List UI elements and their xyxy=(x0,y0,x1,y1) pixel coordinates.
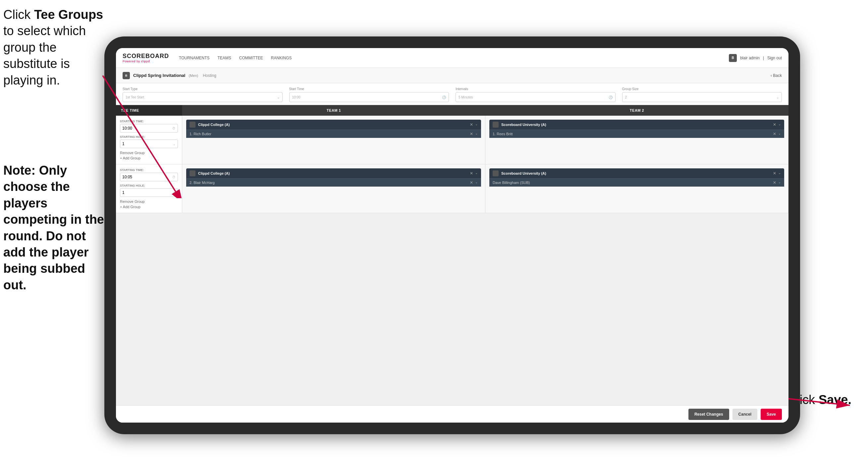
player-row-1-2: 2. Blair McHarg ✕ ⌄ xyxy=(186,178,481,186)
group-actions-1: Remove Group + Add Group xyxy=(120,151,178,160)
team1-name-2: Clippd College (A) xyxy=(198,171,467,175)
sub-header-hosting: Hosting xyxy=(203,73,216,78)
cancel-button[interactable]: Cancel xyxy=(733,409,757,420)
table-header: Tee Time Team 1 Team 2 xyxy=(116,105,788,116)
team2-chevron-1[interactable]: ⌄ xyxy=(778,122,781,127)
player-actions-1-2: ✕ ⌄ xyxy=(470,180,478,185)
team1-remove-2[interactable]: ✕ xyxy=(470,171,473,176)
th-tee-time: Tee Time xyxy=(116,105,182,116)
tee-group-row-2: STARTING TIME: 10:05 ⏱ STARTING HOLE: 1 … xyxy=(116,165,788,213)
sub-header-badge: B xyxy=(123,72,130,79)
player-actions-1-1: ✕ ⌄ xyxy=(470,132,478,136)
starting-hole-label-2: STARTING HOLE: xyxy=(120,184,178,187)
team1-chevron-1[interactable]: ⌄ xyxy=(475,122,478,127)
player-chevron-2-2[interactable]: ⌄ xyxy=(778,180,781,185)
group-actions-2: Remove Group + Add Group xyxy=(120,200,178,209)
instruction-text: Click Tee Groups to select which group t… xyxy=(3,7,106,88)
starting-hole-input-2[interactable]: 1 ⌄ xyxy=(120,188,178,197)
starting-time-label-2: STARTING TIME: xyxy=(120,168,178,172)
start-type-label: Start Type xyxy=(123,87,283,91)
team2-remove-1[interactable]: ✕ xyxy=(773,122,776,127)
player-remove-2-1[interactable]: ✕ xyxy=(773,132,776,136)
reset-changes-button[interactable]: Reset Changes xyxy=(688,409,729,420)
player-row-2-1: 1. Rees Britt ✕ ⌄ xyxy=(489,129,784,138)
back-button[interactable]: ‹ Back xyxy=(771,73,782,78)
intervals-label: Intervals xyxy=(456,87,616,91)
nav-separator: | xyxy=(763,56,764,60)
logo-sub: Powered by clippd xyxy=(123,60,169,63)
add-group-btn-1[interactable]: + Add Group xyxy=(120,156,178,160)
team1-remove-1[interactable]: ✕ xyxy=(470,122,473,127)
player-actions-2-2: ✕ ⌄ xyxy=(773,180,781,185)
navbar: SCOREBOARD Powered by clippd TOURNAMENTS… xyxy=(116,48,788,68)
bottom-bar: Reset Changes Cancel Save xyxy=(116,405,788,422)
team2-card-header-2: Scoreboard University (A) ✕ ⌄ xyxy=(489,168,784,178)
player-chevron-1-2[interactable]: ⌄ xyxy=(475,180,478,185)
team1-chevron-2[interactable]: ⌄ xyxy=(475,171,478,176)
team2-name-2: Scoreboard University (A) xyxy=(501,171,770,175)
logo-main: SCOREBOARD xyxy=(123,53,169,60)
group-size-label: Group Size xyxy=(622,87,782,91)
th-team2: Team 2 xyxy=(485,105,788,116)
team1-name-1: Clippd College (A) xyxy=(198,123,467,126)
settings-row: Start Type 1st Tee Start ⌄ Start Time 10… xyxy=(116,83,788,105)
player-chevron-2-1[interactable]: ⌄ xyxy=(778,132,781,136)
starting-hole-input-1[interactable]: 1 ⌄ xyxy=(120,140,178,148)
starting-hole-label-1: STARTING HOLE: xyxy=(120,135,178,139)
add-group-btn-2[interactable]: + Add Group xyxy=(120,205,178,209)
logo-area: SCOREBOARD Powered by clippd xyxy=(123,53,169,63)
nav-username: blair admin xyxy=(740,56,760,60)
starting-time-input-2[interactable]: 10:05 ⏱ xyxy=(120,173,178,181)
team2-cell-1: Scoreboard University (A) ✕ ⌄ 1. Rees Br… xyxy=(485,116,788,164)
player-remove-1-1[interactable]: ✕ xyxy=(470,132,473,136)
settings-group-size: Group Size 2 ⌄ xyxy=(622,87,782,102)
tee-group-row-1: STARTING TIME: 10:00 ⏱ STARTING HOLE: 1 … xyxy=(116,116,788,165)
start-time-input[interactable]: 10:00 🕐 xyxy=(289,92,449,102)
sub-header-title: Clippd Spring Invitational xyxy=(133,73,185,78)
team2-card-header-1: Scoreboard University (A) ✕ ⌄ xyxy=(489,120,784,129)
team2-actions-1: ✕ ⌄ xyxy=(773,122,781,127)
team1-card-header-1: Clippd College (A) ✕ ⌄ xyxy=(186,120,481,129)
player-chevron-1-1[interactable]: ⌄ xyxy=(475,132,478,136)
content-area: STARTING TIME: 10:00 ⏱ STARTING HOLE: 1 … xyxy=(116,116,788,414)
starting-time-label-1: STARTING TIME: xyxy=(120,120,178,123)
remove-group-btn-1[interactable]: Remove Group xyxy=(120,151,178,155)
player-row-2-2: Dave Billingham (SUB) ✕ ⌄ xyxy=(489,178,784,186)
nav-committee[interactable]: COMMITTEE xyxy=(239,54,263,62)
team2-remove-2[interactable]: ✕ xyxy=(773,171,776,176)
note-text: Note: Only choose the players competing … xyxy=(3,163,106,293)
nav-teams[interactable]: TEAMS xyxy=(217,54,231,62)
save-button[interactable]: Save xyxy=(761,409,782,420)
starting-time-input-1[interactable]: 10:00 ⏱ xyxy=(120,124,178,133)
nav-tournaments[interactable]: TOURNAMENTS xyxy=(179,54,209,62)
remove-group-btn-2[interactable]: Remove Group xyxy=(120,200,178,204)
start-type-input[interactable]: 1st Tee Start ⌄ xyxy=(123,92,283,102)
start-time-label: Start Time xyxy=(289,87,449,91)
settings-intervals: Intervals 5 Minutes 🕐 xyxy=(456,87,616,102)
nav-links: TOURNAMENTS TEAMS COMMITTEE RANKINGS xyxy=(179,54,722,62)
note-bold: Note: Only choose the players competing … xyxy=(3,164,104,292)
team1-badge-2 xyxy=(189,170,195,176)
team2-card-1: Scoreboard University (A) ✕ ⌄ 1. Rees Br… xyxy=(489,120,784,138)
tablet-screen: SCOREBOARD Powered by clippd TOURNAMENTS… xyxy=(116,48,788,422)
intervals-input[interactable]: 5 Minutes 🕐 xyxy=(456,92,616,102)
save-bold: Save. xyxy=(819,393,851,407)
player-row-1-1: 1. Rich Butler ✕ ⌄ xyxy=(186,129,481,138)
nav-rankings[interactable]: RANKINGS xyxy=(271,54,292,62)
th-team1: Team 1 xyxy=(182,105,485,116)
team1-card-2: Clippd College (A) ✕ ⌄ 2. Blair McHarg ✕… xyxy=(186,168,481,186)
player-remove-1-2[interactable]: ✕ xyxy=(470,180,473,185)
sub-header-gender: (Men) xyxy=(188,74,198,78)
team2-card-2: Scoreboard University (A) ✕ ⌄ Dave Billi… xyxy=(489,168,784,186)
group-sidebar-1: STARTING TIME: 10:00 ⏱ STARTING HOLE: 1 … xyxy=(116,116,182,164)
sub-header: B Clippd Spring Invitational (Men) Hosti… xyxy=(116,68,788,83)
team2-chevron-2[interactable]: ⌄ xyxy=(778,171,781,176)
team1-badge-1 xyxy=(189,122,195,127)
nav-signout[interactable]: Sign out xyxy=(767,54,782,62)
team1-cell-2: Clippd College (A) ✕ ⌄ 2. Blair McHarg ✕… xyxy=(182,165,485,213)
group-size-input[interactable]: 2 ⌄ xyxy=(622,92,782,102)
team2-actions-2: ✕ ⌄ xyxy=(773,171,781,176)
player-remove-2-2[interactable]: ✕ xyxy=(773,180,776,185)
team2-cell-2: Scoreboard University (A) ✕ ⌄ Dave Billi… xyxy=(485,165,788,213)
team2-name-1: Scoreboard University (A) xyxy=(501,123,770,126)
